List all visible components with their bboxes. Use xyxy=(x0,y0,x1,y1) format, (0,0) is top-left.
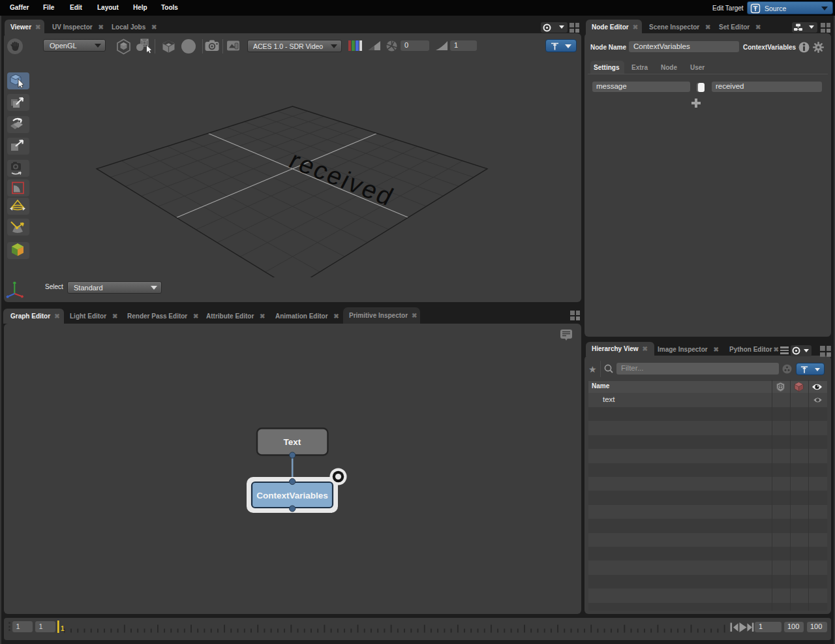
svg-text:Text: Text xyxy=(284,437,301,447)
svg-text:ContextVariables: ContextVariables xyxy=(256,491,328,500)
svg-text:1: 1 xyxy=(61,625,65,632)
svg-text:received: received xyxy=(284,146,399,211)
